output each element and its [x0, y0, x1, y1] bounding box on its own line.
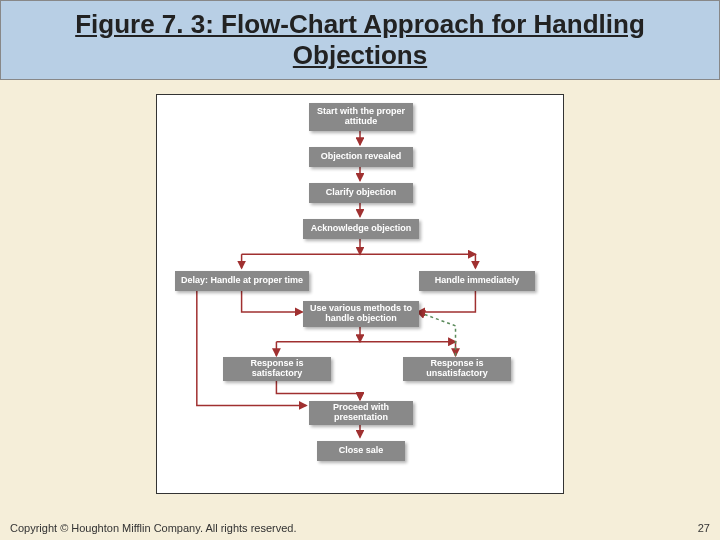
- node-immediate: Handle immediately: [419, 271, 535, 291]
- node-start-label: Start with the proper attitude: [313, 107, 409, 127]
- slide-title: Figure 7. 3: Flow-Chart Approach for Han…: [11, 9, 709, 71]
- node-satisfactory: Response is satisfactory: [223, 357, 331, 381]
- node-acknowledge-label: Acknowledge objection: [311, 224, 412, 234]
- flowchart: Start with the proper attitude Objection…: [156, 94, 564, 494]
- node-proceed: Proceed with presentation: [309, 401, 413, 425]
- node-delay: Delay: Handle at proper time: [175, 271, 309, 291]
- title-bar: Figure 7. 3: Flow-Chart Approach for Han…: [0, 0, 720, 80]
- node-close: Close sale: [317, 441, 405, 461]
- footer: Copyright © Houghton Mifflin Company. Al…: [10, 522, 710, 534]
- node-clarify-label: Clarify objection: [326, 188, 397, 198]
- node-delay-label: Delay: Handle at proper time: [181, 276, 303, 286]
- node-unsatisfactory-label: Response is unsatisfactory: [407, 359, 507, 379]
- node-methods-label: Use various methods to handle objection: [307, 304, 415, 324]
- node-revealed-label: Objection revealed: [321, 152, 402, 162]
- node-acknowledge: Acknowledge objection: [303, 219, 419, 239]
- node-clarify: Clarify objection: [309, 183, 413, 203]
- node-satisfactory-label: Response is satisfactory: [227, 359, 327, 379]
- node-revealed: Objection revealed: [309, 147, 413, 167]
- page-number: 27: [698, 522, 710, 534]
- copyright-text: Copyright © Houghton Mifflin Company. Al…: [10, 522, 297, 534]
- node-start: Start with the proper attitude: [309, 103, 413, 131]
- node-proceed-label: Proceed with presentation: [313, 403, 409, 423]
- node-methods: Use various methods to handle objection: [303, 301, 419, 327]
- node-close-label: Close sale: [339, 446, 384, 456]
- node-unsatisfactory: Response is unsatisfactory: [403, 357, 511, 381]
- node-immediate-label: Handle immediately: [435, 276, 520, 286]
